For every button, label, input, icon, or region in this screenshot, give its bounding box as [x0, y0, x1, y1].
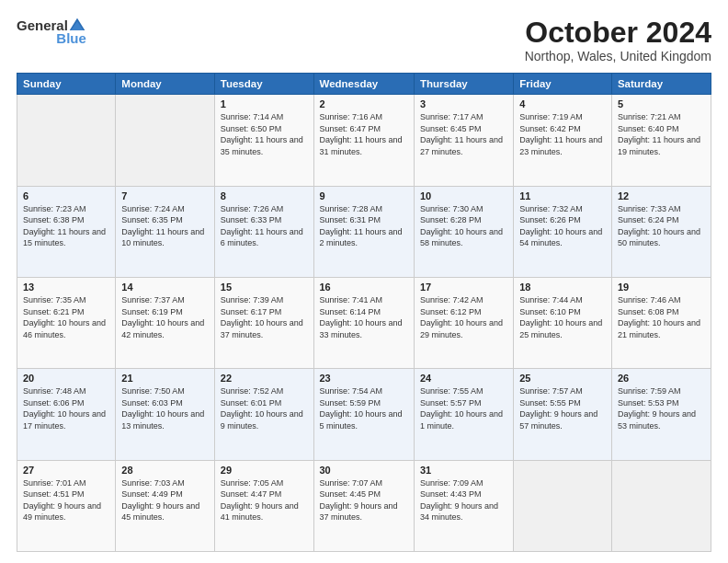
day-detail: Sunrise: 7:14 AM Sunset: 6:50 PM Dayligh…: [221, 111, 308, 157]
day-number: 19: [618, 282, 705, 293]
table-row: 10Sunrise: 7:30 AM Sunset: 6:28 PM Dayli…: [414, 186, 513, 277]
day-number: 31: [420, 465, 507, 476]
day-number: 23: [320, 373, 408, 384]
col-tuesday: Tuesday: [214, 74, 313, 95]
table-row: 28Sunrise: 7:03 AM Sunset: 4:49 PM Dayli…: [116, 460, 214, 551]
day-detail: Sunrise: 7:59 AM Sunset: 5:53 PM Dayligh…: [618, 385, 705, 431]
day-detail: Sunrise: 7:09 AM Sunset: 4:43 PM Dayligh…: [420, 477, 507, 523]
day-detail: Sunrise: 7:41 AM Sunset: 6:14 PM Dayligh…: [320, 294, 408, 340]
day-detail: Sunrise: 7:19 AM Sunset: 6:42 PM Dayligh…: [519, 111, 606, 157]
table-row: 20Sunrise: 7:48 AM Sunset: 6:06 PM Dayli…: [17, 369, 116, 460]
day-detail: Sunrise: 7:01 AM Sunset: 4:51 PM Dayligh…: [23, 477, 109, 523]
day-number: 15: [221, 282, 308, 293]
day-number: 22: [221, 373, 308, 384]
day-detail: Sunrise: 7:05 AM Sunset: 4:47 PM Dayligh…: [221, 477, 308, 523]
day-number: 7: [121, 190, 208, 201]
calendar-week-row: 13Sunrise: 7:35 AM Sunset: 6:21 PM Dayli…: [17, 277, 711, 368]
table-row: 11Sunrise: 7:32 AM Sunset: 6:26 PM Dayli…: [514, 186, 612, 277]
table-row: 4Sunrise: 7:19 AM Sunset: 6:42 PM Daylig…: [514, 95, 612, 186]
calendar-week-row: 27Sunrise: 7:01 AM Sunset: 4:51 PM Dayli…: [17, 460, 711, 551]
col-monday: Monday: [116, 74, 214, 95]
calendar-week-row: 1Sunrise: 7:14 AM Sunset: 6:50 PM Daylig…: [17, 95, 711, 186]
table-row: 31Sunrise: 7:09 AM Sunset: 4:43 PM Dayli…: [414, 460, 513, 551]
header-row: Sunday Monday Tuesday Wednesday Thursday…: [17, 74, 711, 95]
table-row: 2Sunrise: 7:16 AM Sunset: 6:47 PM Daylig…: [313, 95, 414, 186]
day-number: 9: [320, 190, 408, 201]
day-number: 13: [23, 282, 109, 293]
table-row: 25Sunrise: 7:57 AM Sunset: 5:55 PM Dayli…: [514, 369, 612, 460]
day-number: 21: [121, 373, 208, 384]
table-row: 23Sunrise: 7:54 AM Sunset: 5:59 PM Dayli…: [313, 369, 414, 460]
calendar-table: Sunday Monday Tuesday Wednesday Thursday…: [17, 73, 711, 552]
col-wednesday: Wednesday: [313, 74, 414, 95]
day-number: 4: [519, 98, 606, 109]
table-row: 8Sunrise: 7:26 AM Sunset: 6:33 PM Daylig…: [214, 186, 313, 277]
location: Northop, Wales, United Kingdom: [525, 49, 711, 63]
day-detail: Sunrise: 7:33 AM Sunset: 6:24 PM Dayligh…: [618, 203, 705, 249]
day-number: 26: [618, 373, 705, 384]
table-row: 7Sunrise: 7:24 AM Sunset: 6:35 PM Daylig…: [116, 186, 214, 277]
day-number: 29: [221, 465, 308, 476]
table-row: 19Sunrise: 7:46 AM Sunset: 6:08 PM Dayli…: [611, 277, 711, 368]
table-row: 3Sunrise: 7:17 AM Sunset: 6:45 PM Daylig…: [414, 95, 513, 186]
day-number: 3: [420, 98, 507, 109]
page: General Blue October 2024 Northop, Wales…: [0, 0, 728, 563]
day-detail: Sunrise: 7:48 AM Sunset: 6:06 PM Dayligh…: [23, 385, 109, 431]
day-number: 14: [121, 282, 208, 293]
logo-text-blue: Blue: [56, 31, 86, 47]
table-row: 6Sunrise: 7:23 AM Sunset: 6:38 PM Daylig…: [17, 186, 116, 277]
day-number: 24: [420, 373, 507, 384]
day-detail: Sunrise: 7:17 AM Sunset: 6:45 PM Dayligh…: [420, 111, 507, 157]
month-title: October 2024: [525, 17, 711, 49]
day-detail: Sunrise: 7:28 AM Sunset: 6:31 PM Dayligh…: [320, 203, 408, 249]
table-row: 30Sunrise: 7:07 AM Sunset: 4:45 PM Dayli…: [313, 460, 414, 551]
col-thursday: Thursday: [414, 74, 513, 95]
table-row: 26Sunrise: 7:59 AM Sunset: 5:53 PM Dayli…: [611, 369, 711, 460]
day-number: 10: [420, 190, 507, 201]
table-row: 24Sunrise: 7:55 AM Sunset: 5:57 PM Dayli…: [414, 369, 513, 460]
day-number: 8: [221, 190, 308, 201]
table-row: 14Sunrise: 7:37 AM Sunset: 6:19 PM Dayli…: [116, 277, 214, 368]
day-detail: Sunrise: 7:46 AM Sunset: 6:08 PM Dayligh…: [618, 294, 705, 340]
day-number: 11: [519, 190, 606, 201]
table-row: 15Sunrise: 7:39 AM Sunset: 6:17 PM Dayli…: [214, 277, 313, 368]
logo: General Blue: [17, 17, 86, 47]
table-row: 5Sunrise: 7:21 AM Sunset: 6:40 PM Daylig…: [611, 95, 711, 186]
day-detail: Sunrise: 7:57 AM Sunset: 5:55 PM Dayligh…: [519, 385, 606, 431]
calendar-week-row: 6Sunrise: 7:23 AM Sunset: 6:38 PM Daylig…: [17, 186, 711, 277]
day-detail: Sunrise: 7:50 AM Sunset: 6:03 PM Dayligh…: [121, 385, 208, 431]
day-detail: Sunrise: 7:03 AM Sunset: 4:49 PM Dayligh…: [121, 477, 208, 523]
table-row: 18Sunrise: 7:44 AM Sunset: 6:10 PM Dayli…: [514, 277, 612, 368]
calendar-week-row: 20Sunrise: 7:48 AM Sunset: 6:06 PM Dayli…: [17, 369, 711, 460]
day-number: 5: [618, 98, 705, 109]
day-number: 2: [320, 98, 408, 109]
table-row: [116, 95, 214, 186]
day-detail: Sunrise: 7:21 AM Sunset: 6:40 PM Dayligh…: [618, 111, 705, 157]
day-detail: Sunrise: 7:23 AM Sunset: 6:38 PM Dayligh…: [23, 203, 109, 249]
day-detail: Sunrise: 7:32 AM Sunset: 6:26 PM Dayligh…: [519, 203, 606, 249]
table-row: 29Sunrise: 7:05 AM Sunset: 4:47 PM Dayli…: [214, 460, 313, 551]
table-row: 9Sunrise: 7:28 AM Sunset: 6:31 PM Daylig…: [313, 186, 414, 277]
table-row: [514, 460, 612, 551]
day-number: 20: [23, 373, 109, 384]
col-friday: Friday: [514, 74, 612, 95]
day-number: 28: [121, 465, 208, 476]
table-row: 13Sunrise: 7:35 AM Sunset: 6:21 PM Dayli…: [17, 277, 116, 368]
day-number: 1: [221, 98, 308, 109]
day-detail: Sunrise: 7:35 AM Sunset: 6:21 PM Dayligh…: [23, 294, 109, 340]
table-row: 1Sunrise: 7:14 AM Sunset: 6:50 PM Daylig…: [214, 95, 313, 186]
day-detail: Sunrise: 7:54 AM Sunset: 5:59 PM Dayligh…: [320, 385, 408, 431]
table-row: 27Sunrise: 7:01 AM Sunset: 4:51 PM Dayli…: [17, 460, 116, 551]
table-row: 21Sunrise: 7:50 AM Sunset: 6:03 PM Dayli…: [116, 369, 214, 460]
day-number: 30: [320, 465, 408, 476]
day-detail: Sunrise: 7:42 AM Sunset: 6:12 PM Dayligh…: [420, 294, 507, 340]
table-row: [17, 95, 116, 186]
col-saturday: Saturday: [611, 74, 711, 95]
day-detail: Sunrise: 7:30 AM Sunset: 6:28 PM Dayligh…: [420, 203, 507, 249]
table-row: 16Sunrise: 7:41 AM Sunset: 6:14 PM Dayli…: [313, 277, 414, 368]
day-detail: Sunrise: 7:55 AM Sunset: 5:57 PM Dayligh…: [420, 385, 507, 431]
header: General Blue October 2024 Northop, Wales…: [17, 17, 711, 63]
day-detail: Sunrise: 7:24 AM Sunset: 6:35 PM Dayligh…: [121, 203, 208, 249]
day-detail: Sunrise: 7:39 AM Sunset: 6:17 PM Dayligh…: [221, 294, 308, 340]
day-detail: Sunrise: 7:07 AM Sunset: 4:45 PM Dayligh…: [320, 477, 408, 523]
